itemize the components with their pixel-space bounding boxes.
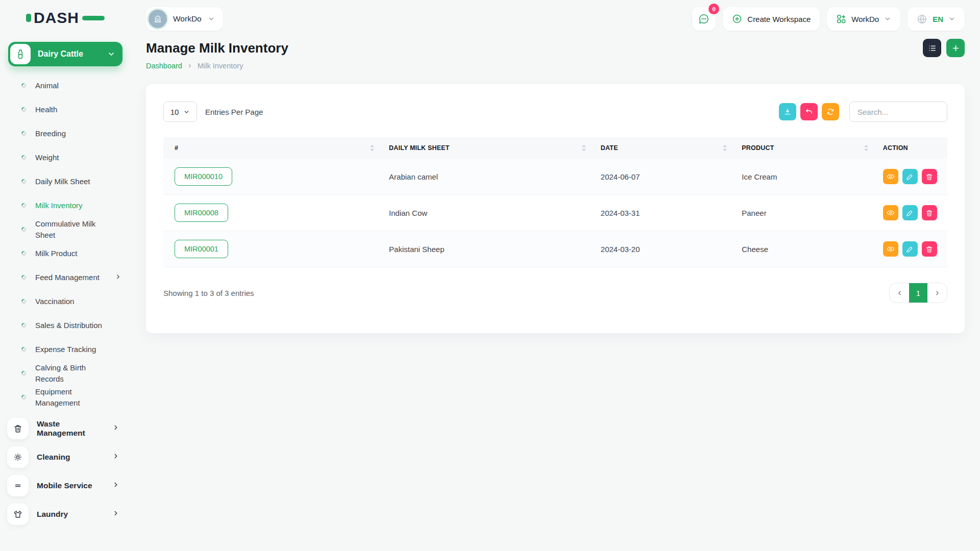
- sidebar-module-laundry[interactable]: Laundry: [0, 500, 131, 529]
- language-selector[interactable]: EN: [908, 7, 965, 31]
- trash-icon: [925, 173, 933, 181]
- showing-entries-text: Showing 1 to 3 of 3 entries: [163, 289, 254, 297]
- column-header-date[interactable]: DATE: [595, 137, 736, 159]
- add-record-button[interactable]: [946, 39, 965, 57]
- record-id-badge[interactable]: MIR00008: [175, 204, 228, 222]
- sidebar-module-dairy-cattle[interactable]: Dairy Cattle: [8, 42, 122, 66]
- bullet-circle-icon: [20, 178, 27, 185]
- sidebar-menu: Animal Health Breeding Weight Daily Milk…: [0, 70, 131, 409]
- sidebar-item-daily-milk-sheet[interactable]: Daily Milk Sheet: [0, 169, 131, 193]
- list-view-button[interactable]: [923, 39, 941, 57]
- entries-control: 10 Entries Per Page: [163, 102, 263, 122]
- undo-icon: [805, 108, 813, 116]
- lines-icon: [7, 475, 29, 496]
- breadcrumb: Dashboard Milk Inventory: [146, 62, 965, 70]
- sidebar-item-breeding[interactable]: Breeding: [0, 121, 131, 145]
- chevron-right-icon: [112, 424, 119, 433]
- entries-select-value: 10: [170, 108, 179, 116]
- view-button[interactable]: [883, 205, 898, 220]
- sidebar-item-milk-product[interactable]: Milk Product: [0, 241, 131, 265]
- milk-bottle-icon: [10, 44, 31, 64]
- sidebar-module-waste-management[interactable]: Waste Management: [0, 414, 131, 443]
- table-row: MIR000010 Arabian camel 2024-06-07 Ice C…: [163, 159, 947, 195]
- record-id-badge[interactable]: MIR000010: [175, 167, 232, 186]
- pencil-icon: [906, 245, 914, 253]
- sidebar-item-label: Animal: [35, 80, 59, 91]
- edit-button[interactable]: [902, 169, 918, 184]
- sidebar-module-mobile-service[interactable]: Mobile Service: [0, 471, 131, 500]
- refresh-button[interactable]: [822, 103, 839, 120]
- create-workspace-label: Create Workspace: [747, 15, 811, 23]
- bullet-circle-icon: [20, 82, 27, 89]
- sidebar-item-label: Equipment Management: [35, 386, 116, 409]
- sidebar-item-health[interactable]: Health: [0, 97, 131, 121]
- sidebar-item-label: Weight: [35, 152, 59, 163]
- record-id-badge[interactable]: MIR00001: [175, 240, 228, 258]
- chevron-left-icon: [896, 290, 903, 296]
- sidebar-item-vaccination[interactable]: Vaccination: [0, 289, 131, 313]
- edit-button[interactable]: [902, 241, 918, 257]
- plus-icon: [951, 44, 960, 53]
- logo-text: DASH: [34, 9, 79, 27]
- workspace-selector[interactable]: WorkDo: [146, 7, 223, 31]
- cell-date: 2024-06-07: [595, 159, 736, 195]
- column-header-id[interactable]: #: [163, 137, 383, 159]
- sidebar-item-expense-tracking[interactable]: Expense Tracking: [0, 337, 131, 361]
- pagination-page-1[interactable]: 1: [909, 283, 927, 303]
- delete-button[interactable]: [922, 169, 937, 184]
- messages-button[interactable]: 0: [692, 7, 716, 31]
- cell-product: Paneer: [736, 195, 876, 231]
- sidebar-item-animal[interactable]: Animal: [0, 73, 131, 97]
- notification-badge: 0: [708, 4, 719, 14]
- edit-button[interactable]: [902, 205, 918, 220]
- search-input[interactable]: [849, 102, 947, 122]
- sidebar-item-weight[interactable]: Weight: [0, 145, 131, 169]
- table-header-row: # DAILY MILK SHEET DATE PRODUCT: [163, 137, 947, 159]
- breadcrumb-dashboard-link[interactable]: Dashboard: [146, 62, 182, 70]
- sidebar-item-feed-management[interactable]: Feed Management: [0, 265, 131, 289]
- entries-per-page-select[interactable]: 10: [163, 102, 197, 122]
- logo-dash-icon: [82, 16, 105, 20]
- cell-product: Cheese: [736, 231, 876, 267]
- sidebar-item-label: Milk Inventory: [35, 200, 83, 211]
- page-header-actions: [923, 39, 965, 57]
- chevron-down-icon: [948, 15, 955, 22]
- workdo-menu-button[interactable]: WorkDo: [827, 7, 900, 31]
- brand-logo[interactable]: DASH: [0, 0, 131, 36]
- sidebar-item-sales-distribution[interactable]: Sales & Distribution: [0, 313, 131, 337]
- sidebar-module-cleaning[interactable]: Cleaning: [0, 443, 131, 471]
- trash-icon: [925, 245, 933, 253]
- bullet-circle-icon: [20, 106, 27, 113]
- eye-icon: [887, 245, 895, 253]
- chat-icon: [698, 13, 709, 24]
- table-toolbar: 10 Entries Per Page: [163, 102, 947, 122]
- globe-icon: [917, 14, 927, 24]
- module-item-label: Cleaning: [37, 453, 104, 462]
- delete-button[interactable]: [922, 241, 937, 257]
- create-workspace-button[interactable]: Create Workspace: [723, 7, 820, 31]
- pagination-next-button[interactable]: [927, 283, 947, 303]
- bullet-circle-icon: [20, 298, 27, 305]
- language-code: EN: [933, 15, 943, 23]
- sidebar-item-calving-birth-records[interactable]: Calving & Birth Records: [0, 361, 131, 385]
- reset-button[interactable]: [800, 103, 818, 120]
- pagination: 1: [889, 283, 947, 303]
- delete-button[interactable]: [922, 205, 937, 220]
- pagination-prev-button[interactable]: [890, 283, 909, 303]
- table-actions: [775, 102, 947, 122]
- chevron-right-icon: [112, 481, 119, 490]
- bullet-circle-icon: [20, 346, 27, 353]
- plus-circle-icon: [732, 14, 742, 24]
- view-button[interactable]: [883, 241, 898, 257]
- bullet-circle-icon: [20, 322, 27, 329]
- column-header-daily-milk-sheet[interactable]: DAILY MILK SHEET: [383, 137, 595, 159]
- cell-daily-milk-sheet: Pakistani Sheep: [383, 231, 595, 267]
- app-root: DASH Dairy Cattle Animal Health B: [0, 0, 980, 551]
- view-button[interactable]: [883, 169, 898, 184]
- sidebar: DASH Dairy Cattle Animal Health B: [0, 0, 131, 551]
- sidebar-item-equipment-management[interactable]: Equipment Management: [0, 385, 131, 409]
- export-button[interactable]: [779, 103, 796, 120]
- column-header-product[interactable]: PRODUCT: [736, 137, 876, 159]
- sidebar-item-milk-inventory[interactable]: Milk Inventory: [0, 193, 131, 217]
- sidebar-item-commulative-milk-sheet[interactable]: Commulative Milk Sheet: [0, 217, 131, 241]
